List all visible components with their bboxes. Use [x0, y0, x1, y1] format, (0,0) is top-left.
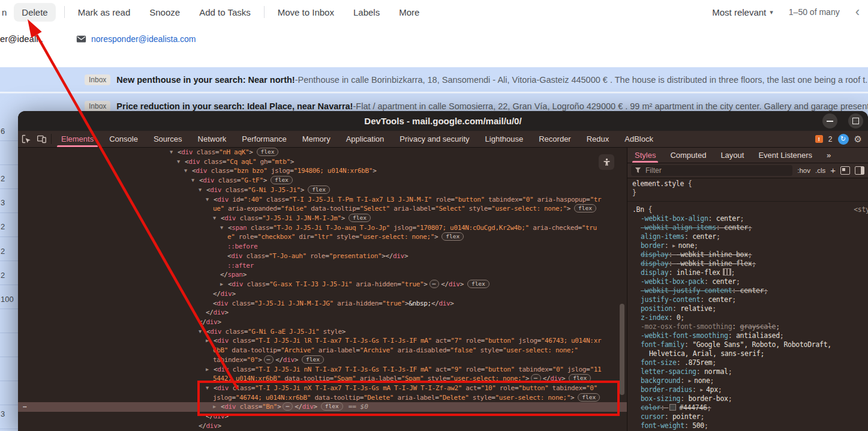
more-button[interactable]: More — [399, 7, 419, 17]
dom-tree-line[interactable]: </div> — [18, 421, 627, 431]
css-property-name[interactable]: -moz-osx-font-smoothing — [641, 322, 732, 331]
css-property-name[interactable]: display — [641, 268, 668, 277]
css-property[interactable]: font-weight: 500; — [627, 421, 868, 430]
css-property-name[interactable]: display — [641, 250, 668, 259]
delete-button[interactable]: Delete — [14, 3, 55, 22]
ellipsis-expander-icon[interactable]: ⋯ — [283, 402, 293, 411]
css-property-name[interactable]: justify-content — [641, 295, 700, 304]
flex-badge[interactable]: flex — [441, 232, 464, 241]
css-property[interactable]: font-size: .875rem; — [627, 358, 868, 367]
devtools-tab-redux[interactable]: Redux — [579, 131, 617, 147]
expand-value-icon[interactable]: ▶ — [672, 243, 675, 249]
css-property-name[interactable]: align-items — [641, 232, 684, 241]
flex-badge[interactable]: flex — [271, 176, 293, 184]
css-property-name[interactable]: position — [641, 304, 672, 313]
devtools-tab-privacy-and-security[interactable]: Privacy and security — [392, 131, 477, 147]
flex-badge[interactable]: flex — [302, 355, 324, 364]
extension-icon[interactable]: ↻ — [838, 134, 849, 145]
css-property-value[interactable]: center — [708, 295, 732, 304]
css-property-value[interactable]: antialiased — [736, 331, 780, 340]
styles-tab-event-listeners[interactable]: Event Listeners — [751, 148, 819, 163]
css-property-value[interactable]: center — [724, 223, 748, 232]
inspect-element-icon[interactable] — [18, 131, 34, 146]
css-property[interactable]: align-items: center; — [627, 232, 868, 241]
clipped-toolbar-button[interactable]: n — [2, 7, 7, 17]
expand-arrow-icon[interactable]: ▼ — [206, 195, 214, 205]
css-property[interactable]: display: inline-flex; — [627, 268, 868, 277]
move-to-inbox-button[interactable]: Move to Inbox — [278, 7, 334, 17]
dom-tree-line[interactable]: </div> — [18, 289, 627, 299]
css-property-name[interactable]: letter-spacing — [641, 367, 696, 376]
expand-arrow-icon[interactable]: ▶ — [206, 365, 214, 375]
css-property[interactable]: box-sizing: border-box; — [627, 394, 868, 403]
dom-tree-line[interactable]: tabindex="0">⋯</div>flex — [18, 355, 627, 365]
toggle-hover-state[interactable]: :hov — [797, 167, 810, 174]
dom-tree-line[interactable]: <div class="J-J5-Ji J-JN-M-I-JG" aria-hi… — [18, 299, 627, 309]
css-property[interactable]: -webkit-box-align: center; — [627, 214, 868, 223]
dom-tree-line[interactable]: ▼<div class="T-I J-J5-Ji nX T-I-ax7 T-I-… — [18, 384, 627, 393]
css-property-value[interactable]: center — [740, 286, 764, 295]
dom-tree-line[interactable]: ▼<div class="bzn bzo" jslog="194806; u01… — [18, 166, 627, 176]
css-property-value[interactable]: -webkit-inline-box — [677, 250, 748, 259]
dom-tree-line[interactable]: ::before — [18, 242, 627, 252]
chevron-down-icon[interactable]: ▾ — [770, 8, 773, 16]
devtools-titlebar[interactable]: DevTools - mail.google.com/mail/u/0/ — [18, 111, 868, 131]
css-property[interactable]: cursor: pointer; — [627, 412, 868, 421]
devtools-tab-lighthouse[interactable]: Lighthouse — [477, 131, 531, 147]
ellipsis-expander-icon[interactable]: ⋯ — [531, 374, 541, 382]
expand-arrow-icon[interactable]: ▼ — [206, 384, 214, 393]
mark-as-read-button[interactable]: Mark as read — [78, 7, 131, 17]
expand-arrow-icon[interactable]: ▼ — [184, 166, 192, 176]
labels-button[interactable]: Labels — [353, 7, 380, 17]
css-property[interactable]: z-index: 0; — [627, 313, 868, 322]
snooze-button[interactable]: Snooze — [149, 7, 180, 17]
css-property-name[interactable]: -webkit-box-pack — [641, 277, 704, 286]
devtools-tab-console[interactable]: Console — [101, 131, 146, 147]
devtools-tab-network[interactable]: Network — [190, 131, 235, 147]
ellipsis-expander-icon[interactable]: ⋯ — [264, 355, 274, 364]
styles-tab-computed[interactable]: Computed — [663, 148, 713, 163]
email-row[interactable]: Inbox New penthouse in your search: Near… — [0, 67, 868, 92]
dom-tree-line-selected[interactable]: ▶<div class="Bn">⋯</div>flex== $0⋯ — [18, 402, 627, 412]
expand-arrow-icon[interactable]: ▼ — [191, 176, 199, 185]
dom-tree-line[interactable]: ▼<div class="G-Ni G-aE J-J5-Ji" style> — [18, 327, 627, 337]
css-property-name[interactable]: -webkit-font-smoothing — [641, 331, 728, 340]
css-property-value[interactable]: center — [716, 214, 740, 223]
sort-dropdown[interactable]: Most relevant — [712, 7, 766, 17]
error-badge-icon[interactable]: ! — [815, 135, 823, 143]
css-property[interactable]: -webkit-align-items: center; — [627, 223, 868, 232]
new-style-rule-icon[interactable]: + — [830, 167, 836, 174]
css-property-value[interactable]: 500 — [692, 421, 704, 430]
css-property[interactable]: border-radius: ▶4px; — [627, 385, 868, 394]
devtools-tab-application[interactable]: Application — [338, 131, 392, 147]
css-property-name[interactable]: border-radius — [641, 385, 692, 394]
flex-badge[interactable]: flex — [569, 374, 591, 382]
css-property[interactable]: border: ▶none; — [627, 241, 868, 250]
dom-tree-line[interactable]: ▼<div class="G-tF">flex — [18, 176, 627, 185]
dom-tree-line[interactable]: e" role="checkbox" dir="ltr" style="user… — [18, 232, 627, 242]
dom-tree-line[interactable]: jslog="46744; u014N:xr6bB" data-tooltip=… — [18, 393, 627, 403]
dom-tree-line[interactable]: ▼<div class="J-J5-Ji J-JN-M-I-Jm">flex — [18, 214, 627, 223]
css-rule-selector[interactable]: .Bn {<style — [627, 205, 868, 214]
expand-arrow-icon[interactable]: ▶ — [220, 280, 228, 289]
css-property-name[interactable]: font-size — [641, 358, 677, 367]
flex-badge[interactable]: flex — [321, 402, 343, 411]
previous-page-icon[interactable]: ‹ — [855, 7, 860, 17]
css-property[interactable]: background: ▶none; — [627, 376, 868, 385]
expand-arrow-icon[interactable]: ▼ — [199, 327, 206, 337]
css-property[interactable]: display: -webkit-inline-box; — [627, 250, 868, 259]
css-property-value[interactable]: -webkit-inline-flex — [677, 259, 752, 268]
dom-tree-line[interactable]: <div class="T-Jo-auh" role="presentation… — [18, 252, 627, 261]
css-property-name[interactable]: -webkit-box-align — [641, 214, 708, 223]
add-to-tasks-button[interactable]: Add to Tasks — [199, 7, 251, 17]
css-property-value[interactable]: center — [712, 277, 736, 286]
css-property-value[interactable]: grayscale — [740, 322, 776, 331]
device-toolbar-icon[interactable] — [34, 131, 49, 146]
sender-email-link[interactable]: noresponder@idealista.com — [91, 34, 196, 44]
expand-arrow-icon[interactable]: ▼ — [220, 223, 228, 233]
styles-filter-input[interactable] — [644, 166, 789, 175]
dom-tree-line[interactable]: ▼<div class="G-Ni J-J5-Ji">flex — [18, 185, 627, 195]
dom-tree-line[interactable]: ▼<div class="Cq aqL" gh="mtb"> — [18, 157, 627, 167]
expand-arrow-icon[interactable]: ▼ — [177, 157, 185, 167]
css-property[interactable]: -moz-osx-font-smoothing: grayscale; — [627, 322, 868, 331]
